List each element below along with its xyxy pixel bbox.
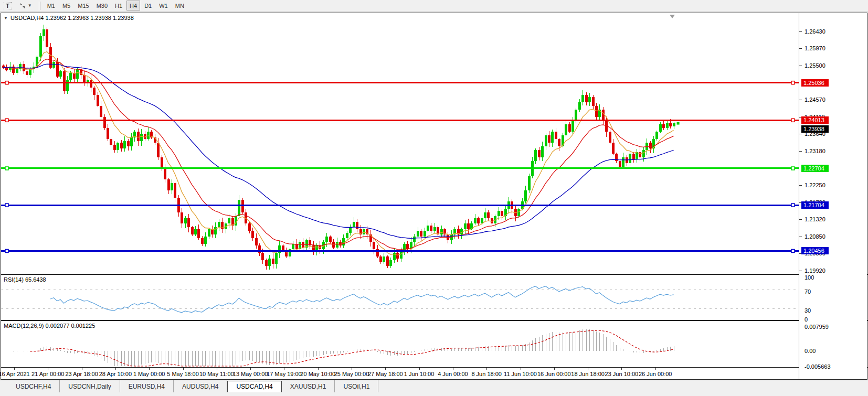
text-tool-button[interactable]: T — [1, 1, 15, 10]
hline-price-badge: 1.24013 — [801, 116, 829, 124]
price-tick-mark — [799, 100, 802, 100]
tab-usdcad-h4[interactable]: USDCAD,H4 — [227, 381, 281, 392]
rsi-label: RSI(14) 65.6438 — [4, 276, 46, 283]
chart-dropdown-icon[interactable]: ▼ — [4, 16, 8, 20]
main-chart-panel[interactable]: ▼ USDCAD,H4 1.23962 1.23963 1.23938 1.23… — [1, 13, 799, 274]
time-axis-label: 1 Jun 10:00 — [404, 371, 435, 377]
hline-price-badge: 1.21704 — [801, 201, 829, 209]
time-tick — [521, 368, 521, 370]
time-tick — [183, 368, 184, 370]
time-tick — [149, 368, 150, 370]
time-axis-label: 20 May 10:00 — [300, 371, 335, 377]
hline-price-badge: 1.22704 — [801, 165, 829, 172]
price-axis-label: 1.19920 — [805, 267, 825, 274]
time-tick — [250, 368, 251, 370]
rsi-panel[interactable]: RSI(14) 65.6438 — [1, 275, 799, 320]
time-tick — [486, 368, 487, 370]
status-strip — [0, 392, 868, 396]
time-axis-label: 1 May 00:00 — [133, 371, 165, 377]
time-axis-label: 17 May 19:00 — [267, 371, 302, 377]
time-tick — [655, 368, 656, 370]
timeframe-button-m15[interactable]: M15 — [75, 1, 92, 10]
price-axis-label: 1.25970 — [805, 45, 825, 51]
rsi-chart[interactable] — [1, 275, 799, 320]
price-tick-mark — [799, 219, 802, 220]
rsi-scale-label: 70 — [805, 288, 811, 295]
tab-audusd-h4[interactable]: AUDUSD,H4 — [174, 380, 227, 392]
price-tick-mark — [799, 185, 802, 186]
hline-price-badge: 1.20456 — [801, 247, 829, 254]
time-tick — [588, 368, 588, 370]
timeframe-button-d1[interactable]: D1 — [141, 1, 155, 10]
time-tick — [554, 368, 555, 370]
time-axis-label: 8 Jun 18:00 — [471, 371, 502, 377]
time-tick — [385, 368, 386, 370]
macd-scale-label: -0.005663 — [805, 363, 831, 370]
time-axis-label: 5 May 18:00 — [167, 371, 199, 377]
time-axis-label: 27 May 18:00 — [368, 371, 403, 377]
price-tick-mark — [799, 237, 802, 237]
chart-title: ▼ USDCAD,H4 1.23962 1.23963 1.23938 1.23… — [4, 15, 134, 21]
timeframe-button-m5[interactable]: M5 — [59, 1, 73, 10]
timeframe-button-h1[interactable]: H1 — [112, 1, 125, 10]
arrows-icon — [19, 3, 26, 9]
time-tick — [82, 368, 82, 370]
timeframe-button-m1[interactable]: M1 — [44, 1, 58, 10]
time-tick — [453, 368, 453, 370]
time-tick — [318, 368, 319, 370]
time-tick — [419, 368, 420, 370]
time-tick — [115, 368, 116, 370]
time-axis-label: 11 Jun 10:00 — [504, 371, 537, 377]
panel-divider[interactable] — [1, 320, 868, 321]
price-axis[interactable]: 1.264301.259701.255001.245701.241101.236… — [799, 13, 867, 379]
time-axis-label: 23 Jun 10:00 — [605, 371, 639, 377]
time-axis-label: 16 Apr 2021 — [0, 371, 30, 377]
tab-usdcnh-daily[interactable]: USDCNH,Daily — [60, 380, 120, 392]
price-axis-label: 1.25500 — [805, 62, 825, 69]
chevron-down-icon: ▼ — [28, 3, 32, 8]
tab-xauusd-h1[interactable]: XAUUSD,H1 — [282, 380, 335, 392]
rsi-scale-label: 100 — [805, 274, 814, 281]
time-axis-label: 18 Jun 18:00 — [571, 371, 605, 377]
chart-window: ▼ USDCAD,H4 1.23962 1.23963 1.23938 1.23… — [1, 13, 867, 380]
macd-panel[interactable]: MACD(12,26,9) 0.002077 0.001225 — [1, 321, 799, 367]
time-axis-label: 23 Apr 18:00 — [65, 371, 98, 377]
candlestick-chart[interactable] — [1, 13, 799, 274]
toolbar-grip — [38, 2, 40, 10]
price-axis-label: 1.22250 — [805, 182, 825, 188]
macd-scale-label: 0.007959 — [805, 324, 829, 330]
tab-usdchf-h4[interactable]: USDCHF,H4 — [7, 380, 60, 392]
time-axis[interactable]: 16 Apr 202121 Apr 00:0023 Apr 18:0028 Ap… — [1, 368, 799, 379]
chart-title-text: USDCAD,H4 1.23962 1.23963 1.23938 1.2393… — [10, 15, 134, 21]
top-toolbar: T ▼ M1M5M15M30H1H4D1W1MN — [0, 0, 868, 12]
tab-usoil-h1[interactable]: USOil,H1 — [335, 380, 378, 392]
timeframe-button-h4[interactable]: H4 — [126, 1, 140, 10]
time-axis-label: 28 Apr 10:00 — [99, 371, 132, 377]
timeframe-button-m30[interactable]: M30 — [93, 1, 111, 10]
rsi-scale-label: 0 — [805, 316, 808, 323]
time-axis-label: 10 May 11:00 — [199, 371, 234, 377]
time-axis-label: 21 Apr 00:00 — [31, 371, 64, 377]
macd-scale-label: 0.00 — [805, 348, 816, 354]
tab-eurusd-h4[interactable]: EURUSD,H4 — [120, 380, 174, 392]
price-tick-mark — [799, 48, 802, 49]
text-tool-icon: T — [4, 2, 12, 9]
timeframe-button-mn[interactable]: MN — [172, 1, 187, 10]
time-tick — [217, 368, 217, 370]
time-axis-label: 25 May 00:00 — [334, 371, 369, 377]
time-tick — [352, 368, 352, 370]
arrows-tool-button[interactable]: ▼ — [16, 1, 35, 10]
panel-divider — [1, 367, 868, 368]
macd-label: MACD(12,26,9) 0.002077 0.001225 — [4, 323, 95, 329]
macd-chart[interactable] — [1, 321, 799, 367]
panel-divider[interactable] — [1, 274, 868, 275]
timeframe-button-w1[interactable]: W1 — [156, 1, 171, 10]
time-axis-label: 13 May 00:00 — [233, 371, 268, 377]
price-axis-label: 1.24570 — [805, 97, 825, 103]
price-tick-mark — [799, 66, 802, 66]
current-price-badge: 1.23938 — [801, 125, 829, 133]
chart-tab-bar: USDCHF,H4USDCNH,DailyEURUSD,H4AUDUSD,H4U… — [0, 380, 868, 392]
hline-price-badge: 1.25036 — [801, 79, 829, 87]
price-axis-label: 1.26430 — [805, 28, 825, 35]
rsi-scale-label: 30 — [805, 307, 811, 314]
